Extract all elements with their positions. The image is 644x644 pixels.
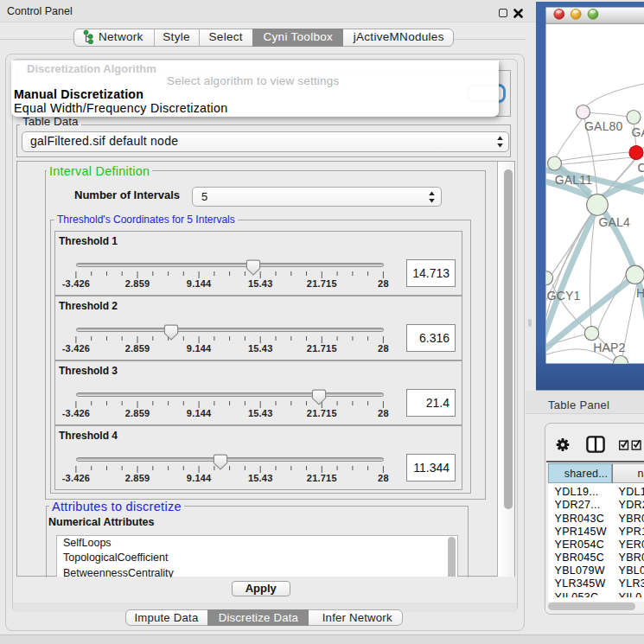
svg-text:GA: GA [632, 125, 644, 139]
svg-text:GCY1: GCY1 [547, 289, 581, 303]
svg-text:GAL80: GAL80 [584, 119, 623, 133]
svg-text:H: H [636, 286, 644, 300]
svg-text:GAL4: GAL4 [598, 215, 630, 229]
svg-text:C: C [638, 161, 644, 175]
svg-text:GAL11: GAL11 [555, 173, 593, 187]
svg-text:HAP2: HAP2 [593, 341, 625, 354]
